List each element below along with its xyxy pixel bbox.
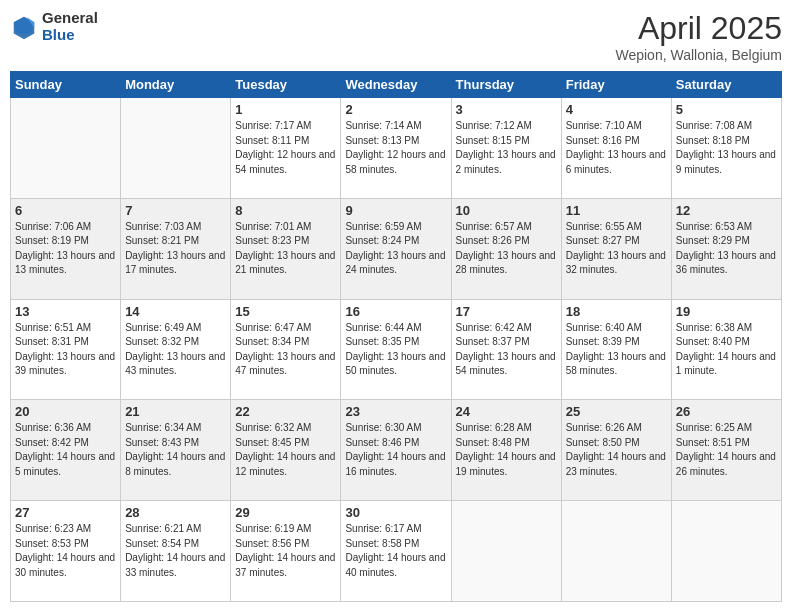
weekday-header-friday: Friday — [561, 72, 671, 98]
day-number: 27 — [15, 505, 116, 520]
weekday-header-sunday: Sunday — [11, 72, 121, 98]
day-number: 6 — [15, 203, 116, 218]
day-number: 7 — [125, 203, 226, 218]
cell-content: Sunrise: 6:53 AMSunset: 8:29 PMDaylight:… — [676, 220, 777, 278]
day-number: 5 — [676, 102, 777, 117]
cell-content: Sunrise: 6:34 AMSunset: 8:43 PMDaylight:… — [125, 421, 226, 479]
calendar-cell: 9Sunrise: 6:59 AMSunset: 8:24 PMDaylight… — [341, 198, 451, 299]
day-number: 25 — [566, 404, 667, 419]
calendar-cell: 29Sunrise: 6:19 AMSunset: 8:56 PMDayligh… — [231, 501, 341, 602]
calendar-table: SundayMondayTuesdayWednesdayThursdayFrid… — [10, 71, 782, 602]
calendar-cell: 24Sunrise: 6:28 AMSunset: 8:48 PMDayligh… — [451, 400, 561, 501]
day-number: 16 — [345, 304, 446, 319]
calendar-cell: 8Sunrise: 7:01 AMSunset: 8:23 PMDaylight… — [231, 198, 341, 299]
calendar-cell: 4Sunrise: 7:10 AMSunset: 8:16 PMDaylight… — [561, 98, 671, 199]
cell-content: Sunrise: 6:17 AMSunset: 8:58 PMDaylight:… — [345, 522, 446, 580]
calendar-cell — [561, 501, 671, 602]
calendar-cell — [671, 501, 781, 602]
calendar-cell: 15Sunrise: 6:47 AMSunset: 8:34 PMDayligh… — [231, 299, 341, 400]
day-number: 18 — [566, 304, 667, 319]
cell-content: Sunrise: 6:30 AMSunset: 8:46 PMDaylight:… — [345, 421, 446, 479]
day-number: 9 — [345, 203, 446, 218]
calendar-cell — [451, 501, 561, 602]
day-number: 29 — [235, 505, 336, 520]
calendar-cell: 3Sunrise: 7:12 AMSunset: 8:15 PMDaylight… — [451, 98, 561, 199]
calendar-cell: 5Sunrise: 7:08 AMSunset: 8:18 PMDaylight… — [671, 98, 781, 199]
calendar-cell: 1Sunrise: 7:17 AMSunset: 8:11 PMDaylight… — [231, 98, 341, 199]
week-row-2: 6Sunrise: 7:06 AMSunset: 8:19 PMDaylight… — [11, 198, 782, 299]
day-number: 10 — [456, 203, 557, 218]
day-number: 1 — [235, 102, 336, 117]
day-number: 8 — [235, 203, 336, 218]
day-number: 23 — [345, 404, 446, 419]
cell-content: Sunrise: 6:44 AMSunset: 8:35 PMDaylight:… — [345, 321, 446, 379]
calendar-cell: 30Sunrise: 6:17 AMSunset: 8:58 PMDayligh… — [341, 501, 451, 602]
day-number: 30 — [345, 505, 446, 520]
cell-content: Sunrise: 6:40 AMSunset: 8:39 PMDaylight:… — [566, 321, 667, 379]
cell-content: Sunrise: 7:12 AMSunset: 8:15 PMDaylight:… — [456, 119, 557, 177]
cell-content: Sunrise: 6:19 AMSunset: 8:56 PMDaylight:… — [235, 522, 336, 580]
cell-content: Sunrise: 7:01 AMSunset: 8:23 PMDaylight:… — [235, 220, 336, 278]
weekday-header-wednesday: Wednesday — [341, 72, 451, 98]
calendar-cell: 11Sunrise: 6:55 AMSunset: 8:27 PMDayligh… — [561, 198, 671, 299]
day-number: 12 — [676, 203, 777, 218]
logo: General Blue — [10, 10, 98, 43]
calendar-cell: 13Sunrise: 6:51 AMSunset: 8:31 PMDayligh… — [11, 299, 121, 400]
cell-content: Sunrise: 7:03 AMSunset: 8:21 PMDaylight:… — [125, 220, 226, 278]
calendar-cell: 19Sunrise: 6:38 AMSunset: 8:40 PMDayligh… — [671, 299, 781, 400]
cell-content: Sunrise: 7:17 AMSunset: 8:11 PMDaylight:… — [235, 119, 336, 177]
calendar-cell: 28Sunrise: 6:21 AMSunset: 8:54 PMDayligh… — [121, 501, 231, 602]
week-row-3: 13Sunrise: 6:51 AMSunset: 8:31 PMDayligh… — [11, 299, 782, 400]
cell-content: Sunrise: 6:28 AMSunset: 8:48 PMDaylight:… — [456, 421, 557, 479]
calendar-cell: 18Sunrise: 6:40 AMSunset: 8:39 PMDayligh… — [561, 299, 671, 400]
day-number: 24 — [456, 404, 557, 419]
day-number: 14 — [125, 304, 226, 319]
calendar-cell: 20Sunrise: 6:36 AMSunset: 8:42 PMDayligh… — [11, 400, 121, 501]
cell-content: Sunrise: 6:42 AMSunset: 8:37 PMDaylight:… — [456, 321, 557, 379]
cell-content: Sunrise: 6:23 AMSunset: 8:53 PMDaylight:… — [15, 522, 116, 580]
page: General Blue April 2025 Wepion, Wallonia… — [0, 0, 792, 612]
logo-icon — [10, 13, 38, 41]
week-row-5: 27Sunrise: 6:23 AMSunset: 8:53 PMDayligh… — [11, 501, 782, 602]
day-number: 15 — [235, 304, 336, 319]
calendar-cell: 12Sunrise: 6:53 AMSunset: 8:29 PMDayligh… — [671, 198, 781, 299]
calendar-cell: 25Sunrise: 6:26 AMSunset: 8:50 PMDayligh… — [561, 400, 671, 501]
calendar-cell: 17Sunrise: 6:42 AMSunset: 8:37 PMDayligh… — [451, 299, 561, 400]
cell-content: Sunrise: 6:59 AMSunset: 8:24 PMDaylight:… — [345, 220, 446, 278]
day-number: 26 — [676, 404, 777, 419]
month-title: April 2025 — [615, 10, 782, 47]
calendar-cell: 16Sunrise: 6:44 AMSunset: 8:35 PMDayligh… — [341, 299, 451, 400]
cell-content: Sunrise: 6:49 AMSunset: 8:32 PMDaylight:… — [125, 321, 226, 379]
day-number: 11 — [566, 203, 667, 218]
day-number: 21 — [125, 404, 226, 419]
logo-general: General — [42, 10, 98, 27]
calendar-cell: 10Sunrise: 6:57 AMSunset: 8:26 PMDayligh… — [451, 198, 561, 299]
calendar-cell: 14Sunrise: 6:49 AMSunset: 8:32 PMDayligh… — [121, 299, 231, 400]
cell-content: Sunrise: 6:32 AMSunset: 8:45 PMDaylight:… — [235, 421, 336, 479]
day-number: 22 — [235, 404, 336, 419]
weekday-header-saturday: Saturday — [671, 72, 781, 98]
day-number: 20 — [15, 404, 116, 419]
calendar-cell: 22Sunrise: 6:32 AMSunset: 8:45 PMDayligh… — [231, 400, 341, 501]
calendar-cell: 23Sunrise: 6:30 AMSunset: 8:46 PMDayligh… — [341, 400, 451, 501]
weekday-header-row: SundayMondayTuesdayWednesdayThursdayFrid… — [11, 72, 782, 98]
calendar-cell — [121, 98, 231, 199]
calendar-cell: 21Sunrise: 6:34 AMSunset: 8:43 PMDayligh… — [121, 400, 231, 501]
cell-content: Sunrise: 6:25 AMSunset: 8:51 PMDaylight:… — [676, 421, 777, 479]
day-number: 28 — [125, 505, 226, 520]
title-area: April 2025 Wepion, Wallonia, Belgium — [615, 10, 782, 63]
day-number: 4 — [566, 102, 667, 117]
calendar-cell: 27Sunrise: 6:23 AMSunset: 8:53 PMDayligh… — [11, 501, 121, 602]
weekday-header-thursday: Thursday — [451, 72, 561, 98]
cell-content: Sunrise: 6:57 AMSunset: 8:26 PMDaylight:… — [456, 220, 557, 278]
calendar-cell: 2Sunrise: 7:14 AMSunset: 8:13 PMDaylight… — [341, 98, 451, 199]
calendar-cell — [11, 98, 121, 199]
calendar-cell: 6Sunrise: 7:06 AMSunset: 8:19 PMDaylight… — [11, 198, 121, 299]
cell-content: Sunrise: 6:51 AMSunset: 8:31 PMDaylight:… — [15, 321, 116, 379]
cell-content: Sunrise: 6:26 AMSunset: 8:50 PMDaylight:… — [566, 421, 667, 479]
cell-content: Sunrise: 7:06 AMSunset: 8:19 PMDaylight:… — [15, 220, 116, 278]
calendar-cell: 7Sunrise: 7:03 AMSunset: 8:21 PMDaylight… — [121, 198, 231, 299]
week-row-4: 20Sunrise: 6:36 AMSunset: 8:42 PMDayligh… — [11, 400, 782, 501]
cell-content: Sunrise: 6:21 AMSunset: 8:54 PMDaylight:… — [125, 522, 226, 580]
svg-marker-1 — [14, 16, 35, 33]
